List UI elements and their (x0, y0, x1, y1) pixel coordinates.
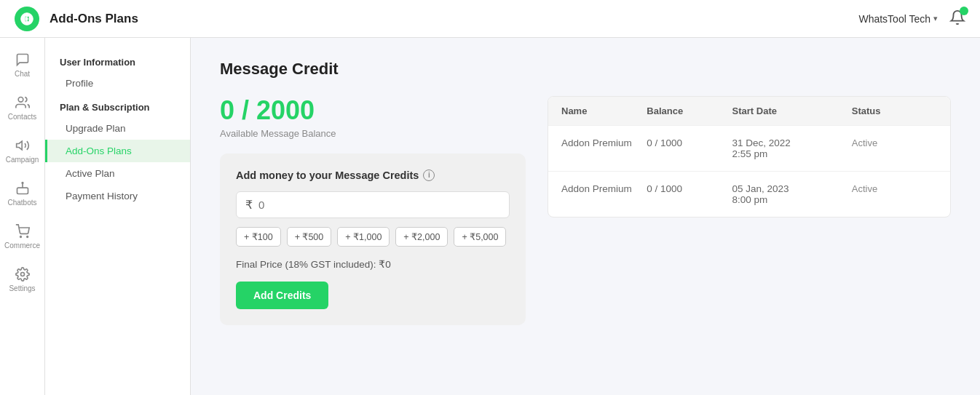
sidebar-item-settings[interactable]: Settings (0, 260, 44, 300)
quick-btn-500[interactable]: + ₹500 (287, 227, 332, 247)
nav-item-addons-plans[interactable]: Add-Ons Plans (45, 140, 190, 162)
sidebar-item-contacts[interactable]: Contacts (0, 88, 44, 128)
quick-btn-2000[interactable]: + ₹2,000 (395, 227, 448, 247)
header-right: WhatsTool Tech ▾ (858, 9, 965, 28)
nav-section-user-info: User Information (45, 49, 190, 72)
final-price: Final Price (18% GST included): ₹0 (236, 258, 510, 270)
chevron-down-icon: ▾ (933, 14, 938, 23)
table-row: Addon Premium 0 / 1000 05 Jan, 20238:00 … (548, 171, 950, 217)
app-logo (15, 7, 39, 31)
row1-name: Addon Premium (561, 137, 647, 159)
col-start-date: Start Date (732, 105, 852, 116)
currency-symbol: ₹ (245, 198, 253, 212)
user-menu[interactable]: WhatsTool Tech ▾ (858, 13, 938, 25)
nav-sidebar: User Information Profile Plan & Subscrip… (45, 38, 191, 395)
user-name: WhatsTool Tech (858, 13, 930, 25)
add-credits-button[interactable]: Add Credits (236, 282, 328, 309)
quick-amounts: + ₹100 + ₹500 + ₹1,000 + ₹2,000 + ₹5,000 (236, 227, 510, 247)
nav-item-profile[interactable]: Profile (45, 72, 190, 95)
sidebar-label-commerce: Commerce (4, 242, 40, 250)
table-header: Name Balance Start Date Status (548, 97, 950, 125)
row2-date: 05 Jan, 20238:00 pm (732, 183, 852, 205)
sidebar-label-campaign: Campaign (6, 156, 39, 164)
row2-name: Addon Premium (561, 183, 647, 205)
app-header: Add-Ons Plans WhatsTool Tech ▾ (0, 0, 980, 38)
quick-btn-5000[interactable]: + ₹5,000 (454, 227, 506, 247)
col-status: Status (852, 105, 937, 116)
svg-point-5 (20, 236, 21, 238)
content-grid: 0 / 2000 Available Message Balance Add m… (220, 96, 951, 325)
amount-input-row: ₹ (236, 191, 510, 218)
sidebar-label-contacts: Contacts (8, 113, 36, 121)
sidebar-item-commerce[interactable]: Commerce (0, 217, 44, 257)
sidebar-item-chat[interactable]: Chat (0, 45, 44, 85)
row2-status: Active (852, 183, 937, 205)
row1-date: 31 Dec, 20222:55 pm (732, 137, 852, 159)
info-icon[interactable]: i (423, 169, 435, 181)
credits-table: Name Balance Start Date Status Addon Pre… (548, 96, 951, 218)
amount-input[interactable] (258, 199, 500, 211)
sidebar-label-settings: Settings (9, 284, 35, 292)
row2-balance: 0 / 1000 (647, 183, 732, 205)
add-money-card: Add money to your Message Credits i ₹ + … (220, 153, 526, 325)
notification-badge (960, 7, 968, 15)
svg-point-7 (20, 273, 24, 276)
svg-point-1 (18, 97, 23, 103)
quick-btn-1000[interactable]: + ₹1,000 (337, 227, 390, 247)
notification-bell[interactable] (949, 9, 965, 28)
col-balance: Balance (647, 105, 732, 116)
sidebar-item-chatbots[interactable]: Chatbots (0, 174, 44, 214)
table-row: Addon Premium 0 / 1000 31 Dec, 20222:55 … (548, 125, 950, 171)
right-panel: Name Balance Start Date Status Addon Pre… (548, 96, 951, 325)
main-layout: Chat Contacts Campaign (0, 38, 980, 395)
main-content: Message Credit 0 / 2000 Available Messag… (191, 38, 980, 395)
nav-item-payment-history[interactable]: Payment History (45, 185, 190, 207)
row1-balance: 0 / 1000 (647, 137, 732, 159)
sidebar-item-campaign[interactable]: Campaign (0, 131, 44, 171)
balance-display: 0 / 2000 (220, 96, 526, 125)
col-name: Name (561, 105, 647, 116)
add-money-title: Add money to your Message Credits i (236, 169, 510, 181)
svg-point-4 (22, 183, 23, 184)
quick-btn-100[interactable]: + ₹100 (236, 227, 281, 247)
svg-marker-2 (16, 141, 22, 150)
svg-point-6 (26, 236, 28, 238)
sidebar-label-chatbots: Chatbots (7, 199, 36, 207)
nav-item-active-plan[interactable]: Active Plan (45, 162, 190, 185)
row1-status: Active (852, 137, 937, 159)
page-title: Message Credit (220, 60, 951, 79)
balance-label: Available Message Balance (220, 128, 526, 139)
left-panel: 0 / 2000 Available Message Balance Add m… (220, 96, 526, 325)
nav-item-upgrade-plan[interactable]: Upgrade Plan (45, 117, 190, 140)
page-header-title: Add-Ons Plans (50, 12, 858, 26)
icon-sidebar: Chat Contacts Campaign (0, 38, 45, 395)
sidebar-label-chat: Chat (15, 70, 30, 78)
nav-section-plan: Plan & Subscription (45, 95, 190, 117)
